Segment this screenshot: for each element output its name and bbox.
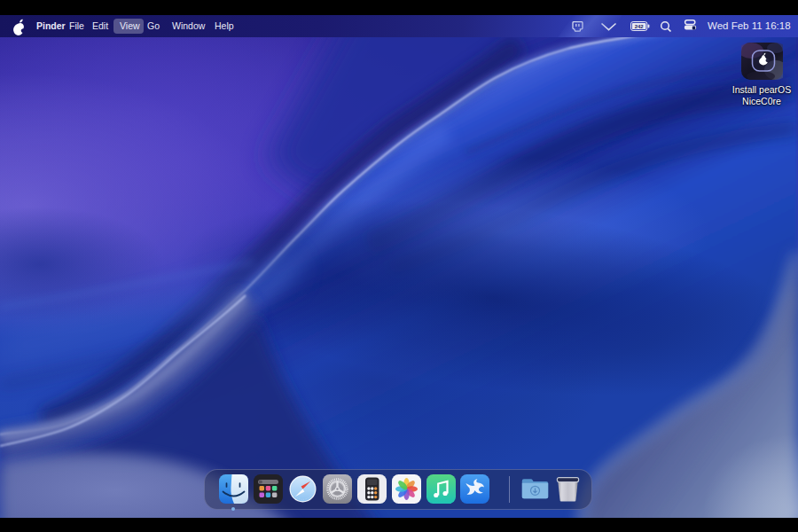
svg-text:242: 242 bbox=[635, 24, 645, 29]
